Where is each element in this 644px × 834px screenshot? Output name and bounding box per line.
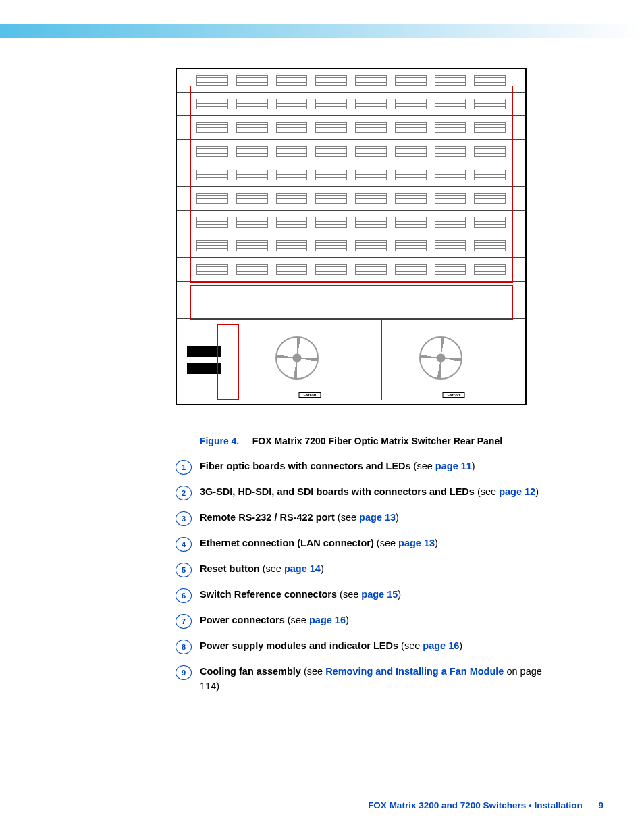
callout-text: Fiber optic boards with connectors and L… [200, 459, 563, 474]
circled-number-icon: 7 [176, 614, 192, 629]
page-link[interactable]: page 13 [359, 512, 396, 523]
callout-text: Reset button (see page 14) [200, 562, 563, 577]
page-link[interactable]: page 16 [309, 615, 346, 625]
callout-text: Power supply modules and indicator LEDs … [200, 639, 563, 654]
callout-bold: Remote RS-232 / RS-422 port [200, 512, 335, 523]
callout-bold: Ethernet connection (LAN connector) [200, 538, 374, 548]
footer-title: FOX Matrix 3200 and 7200 Switchers • Ins… [368, 800, 583, 810]
callout-text: Switch Reference connectors (see page 15… [200, 588, 563, 602]
callout-bold: Switch Reference connectors [200, 589, 337, 600]
brand-label-2: Extron [442, 392, 464, 398]
callout-item-6: 6Switch Reference connectors (see page 1… [176, 588, 563, 603]
callout-text: Ethernet connection (LAN connector) (see… [200, 536, 563, 551]
callout-item-1: 1Fiber optic boards with connectors and … [176, 459, 563, 475]
callout-item-2: 23G-SDI, HD-SDI, and SDI boards with con… [176, 485, 563, 500]
page-link[interactable]: page 16 [423, 640, 459, 651]
header-gradient-bar [0, 24, 644, 38]
callout-text: Power connectors (see page 16) [200, 613, 563, 628]
footer-page-number: 9 [598, 800, 603, 810]
page-link[interactable]: page 12 [499, 486, 535, 497]
callout-item-9: 9Cooling fan assembly (see Removing and … [176, 664, 563, 694]
callout-bold: Power supply modules and indicator LEDs [200, 640, 398, 651]
callout-item-3: 3Remote RS-232 / RS-422 port (see page 1… [176, 511, 563, 526]
callout-bold: Fiber optic boards with connectors and L… [200, 461, 411, 471]
page-link[interactable]: Removing and Installing a Fan Module [325, 666, 504, 677]
page-link[interactable]: page 13 [398, 538, 435, 548]
page-footer: FOX Matrix 3200 and 7200 Switchers • Ins… [368, 800, 603, 810]
page-link[interactable]: page 11 [435, 461, 472, 471]
callout-text: Remote RS-232 / RS-422 port (see page 13… [200, 511, 563, 525]
figure-title: FOX Matrix 7200 Fiber Optic Matrix Switc… [252, 436, 502, 446]
figure-caption: Figure 4. FOX Matrix 7200 Fiber Optic Ma… [176, 436, 527, 446]
circled-number-icon: 4 [176, 537, 192, 552]
circled-number-icon: 1 [176, 460, 192, 475]
brand-label: Extron [298, 392, 321, 398]
callout-bold: Reset button [200, 563, 260, 574]
circled-number-icon: 3 [176, 511, 192, 526]
page-link[interactable]: page 14 [284, 563, 321, 574]
callout-bold: 3G-SDI, HD-SDI, and SDI boards with conn… [200, 486, 475, 497]
circled-number-icon: 8 [176, 640, 192, 654]
callout-item-7: 7Power connectors (see page 16) [176, 613, 563, 629]
callout-text: 3G-SDI, HD-SDI, and SDI boards with conn… [200, 485, 563, 500]
page-link[interactable]: page 15 [361, 589, 398, 600]
circled-number-icon: 9 [176, 665, 192, 680]
callout-item-5: 5Reset button (see page 14) [176, 562, 563, 577]
circled-number-icon: 5 [176, 563, 192, 577]
rear-panel-diagram: Extron Extron [176, 68, 527, 405]
callout-list: 1Fiber optic boards with connectors and … [176, 459, 563, 704]
circled-number-icon: 6 [176, 588, 192, 603]
callout-bold: Cooling fan assembly [200, 666, 301, 677]
callout-item-8: 8Power supply modules and indicator LEDs… [176, 639, 563, 654]
callout-bold: Power connectors [200, 615, 285, 625]
callout-text: Cooling fan assembly (see Removing and I… [200, 664, 563, 694]
figure-4: Extron Extron [176, 68, 527, 405]
callout-item-4: 4Ethernet connection (LAN connector) (se… [176, 536, 563, 552]
figure-number: Figure 4. [200, 436, 239, 446]
circled-number-icon: 2 [176, 486, 192, 500]
